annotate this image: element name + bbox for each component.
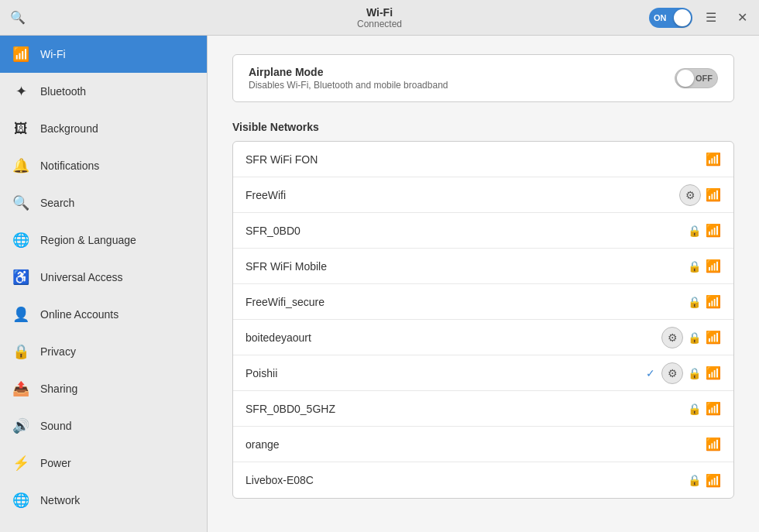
hamburger-icon: ☰ bbox=[706, 10, 716, 25]
network-row[interactable]: Livebox-E08C 🔒 📶 bbox=[233, 462, 733, 498]
network-row[interactable]: SFR WiFi Mobile 🔒 📶 bbox=[233, 249, 733, 284]
sidebar-item-sound[interactable]: 🔊 Sound bbox=[0, 407, 207, 444]
titlebar-controls: ON ☰ ✕ bbox=[649, 0, 759, 36]
network-row[interactable]: SFR_0BD0_5GHZ 🔒 📶 bbox=[233, 391, 733, 427]
wifi-signal-icon: 📶 bbox=[706, 223, 721, 238]
network-icons: ⚙ 🔒 📶 bbox=[661, 327, 721, 348]
search-nav-icon: 🔍 bbox=[12, 194, 29, 211]
titlebar: 🔍 Wi-Fi Connected ON ☰ ✕ bbox=[0, 0, 759, 36]
lock-icon: 🔒 bbox=[688, 474, 701, 486]
network-settings-button[interactable]: ⚙ bbox=[679, 184, 701, 206]
sidebar-item-label: Search bbox=[40, 197, 74, 209]
wifi-signal-icon: 📶 bbox=[706, 437, 721, 451]
sidebar-item-wifi[interactable]: 📶 Wi-Fi bbox=[0, 36, 207, 73]
sound-icon: 🔊 bbox=[12, 417, 29, 434]
network-icons: 📶 bbox=[706, 437, 721, 451]
wifi-toggle-button[interactable]: ON bbox=[649, 8, 692, 28]
network-icons: 📶 bbox=[706, 152, 721, 166]
sidebar-item-bluetooth[interactable]: ✦ Bluetooth bbox=[0, 73, 207, 110]
sidebar-item-search[interactable]: 🔍 Search bbox=[0, 184, 207, 221]
sidebar-item-devices[interactable]: 🖥 Devices › bbox=[0, 519, 207, 532]
wifi-toggle-area: ON bbox=[649, 8, 692, 28]
network-row[interactable]: SFR_0BD0 🔒 📶 bbox=[233, 213, 733, 249]
network-row[interactable]: orange 📶 bbox=[233, 427, 733, 462]
connected-checkmark: ✓ bbox=[646, 367, 655, 379]
sidebar-item-label: Region & Language bbox=[40, 234, 136, 246]
sidebar-item-power[interactable]: ⚡ Power bbox=[0, 444, 207, 482]
lock-icon: 🔒 bbox=[688, 403, 701, 415]
wifi-signal-icon: 📶 bbox=[706, 330, 721, 345]
network-icons: 🔒 📶 bbox=[688, 294, 721, 309]
background-icon: 🖼 bbox=[12, 121, 29, 137]
sidebar-item-label: Online Accounts bbox=[40, 308, 118, 321]
universal-icon: ♿ bbox=[12, 269, 29, 286]
content-area: Airplane Mode Disables Wi-Fi, Bluetooth … bbox=[208, 36, 759, 532]
network-name: Livebox-E08C bbox=[246, 474, 688, 486]
titlebar-search-area: 🔍 bbox=[0, 0, 36, 36]
network-icons: 🔒 📶 bbox=[688, 259, 721, 273]
network-settings-button[interactable]: ⚙ bbox=[661, 327, 683, 348]
network-row[interactable]: Poishii ✓ ⚙ 🔒 📶 bbox=[233, 355, 733, 391]
sidebar-item-label: Sound bbox=[40, 420, 71, 432]
sidebar-item-universal[interactable]: ♿ Universal Access bbox=[0, 259, 207, 296]
airplane-mode-toggle[interactable]: OFF bbox=[675, 68, 718, 88]
sidebar-item-notifications[interactable]: 🔔 Notifications bbox=[0, 147, 207, 184]
wifi-signal-icon: 📶 bbox=[706, 366, 721, 380]
sidebar-item-label: Privacy bbox=[40, 345, 76, 358]
wifi-signal-icon: 📶 bbox=[706, 259, 721, 273]
lock-icon: 🔒 bbox=[688, 331, 701, 344]
network-name: FreeWifi bbox=[246, 189, 679, 201]
airplane-toggle-thumb bbox=[677, 70, 694, 87]
sidebar-item-online[interactable]: 👤 Online Accounts bbox=[0, 296, 207, 333]
menu-button[interactable]: ☰ bbox=[697, 4, 725, 32]
network-icons: 🔒 📶 bbox=[688, 401, 721, 416]
sidebar-item-label: Universal Access bbox=[40, 271, 123, 283]
search-button[interactable]: 🔍 bbox=[5, 5, 30, 29]
window-title: Wi-Fi bbox=[366, 6, 393, 19]
sidebar-item-label: Sharing bbox=[40, 383, 77, 395]
lock-icon: 🔒 bbox=[688, 367, 701, 379]
network-name: Poishii bbox=[246, 367, 643, 379]
sidebar-item-label: Bluetooth bbox=[40, 85, 86, 98]
network-row[interactable]: SFR WiFi FON 📶 bbox=[233, 142, 733, 177]
window-subtitle: Connected bbox=[357, 19, 402, 29]
wifi-signal-icon: 📶 bbox=[706, 152, 721, 166]
airplane-toggle-label: OFF bbox=[695, 74, 713, 83]
power-icon: ⚡ bbox=[12, 455, 29, 472]
airplane-toggle-area: OFF bbox=[675, 68, 718, 88]
close-button[interactable]: ✕ bbox=[728, 4, 756, 32]
bluetooth-icon: ✦ bbox=[12, 83, 29, 100]
region-icon: 🌐 bbox=[12, 232, 29, 249]
network-icons: ⚙ 🔒 📶 bbox=[661, 362, 721, 384]
devices-icon: 🖥 bbox=[12, 530, 29, 533]
sidebar-item-label: Wi-Fi bbox=[40, 48, 66, 60]
sharing-icon: 📤 bbox=[12, 380, 29, 397]
toggle-on-label: ON bbox=[654, 13, 667, 22]
sidebar-item-network[interactable]: 🌐 Network bbox=[0, 482, 207, 519]
sidebar-item-region[interactable]: 🌐 Region & Language bbox=[0, 221, 207, 259]
titlebar-title-area: Wi-Fi Connected bbox=[357, 6, 402, 29]
wifi-icon: 📶 bbox=[12, 46, 29, 63]
network-row[interactable]: FreeWifi ⚙ 📶 bbox=[233, 177, 733, 213]
toggle-thumb bbox=[674, 9, 691, 26]
network-row[interactable]: boitedeyaourt ⚙ 🔒 📶 bbox=[233, 320, 733, 355]
network-name: SFR WiFi FON bbox=[246, 153, 706, 166]
sidebar-item-background[interactable]: 🖼 Background bbox=[0, 110, 207, 147]
sidebar-item-privacy[interactable]: 🔒 Privacy bbox=[0, 333, 207, 370]
sidebar-item-sharing[interactable]: 📤 Sharing bbox=[0, 370, 207, 407]
network-name: SFR_0BD0_5GHZ bbox=[246, 403, 688, 415]
airplane-mode-desc: Disables Wi-Fi, Bluetooth and mobile bro… bbox=[249, 80, 675, 91]
network-name: SFR WiFi Mobile bbox=[246, 260, 688, 273]
airplane-mode-info: Airplane Mode Disables Wi-Fi, Bluetooth … bbox=[249, 66, 675, 91]
sidebar: 📶 Wi-Fi ✦ Bluetooth 🖼 Background 🔔 Notif… bbox=[0, 36, 208, 532]
sidebar-item-label: Power bbox=[40, 457, 71, 469]
main-layout: 📶 Wi-Fi ✦ Bluetooth 🖼 Background 🔔 Notif… bbox=[0, 36, 759, 532]
wifi-signal-icon: 📶 bbox=[706, 294, 721, 309]
airplane-mode-title: Airplane Mode bbox=[249, 66, 675, 78]
wifi-signal-icon: 📶 bbox=[706, 187, 721, 202]
network-settings-button[interactable]: ⚙ bbox=[661, 362, 683, 384]
network-row[interactable]: FreeWifi_secure 🔒 📶 bbox=[233, 284, 733, 320]
network-name: FreeWifi_secure bbox=[246, 296, 688, 308]
networks-list: SFR WiFi FON 📶 FreeWifi ⚙ 📶 SFR_0BD0 🔒 📶 bbox=[232, 141, 734, 499]
lock-icon: 🔒 bbox=[688, 260, 701, 273]
